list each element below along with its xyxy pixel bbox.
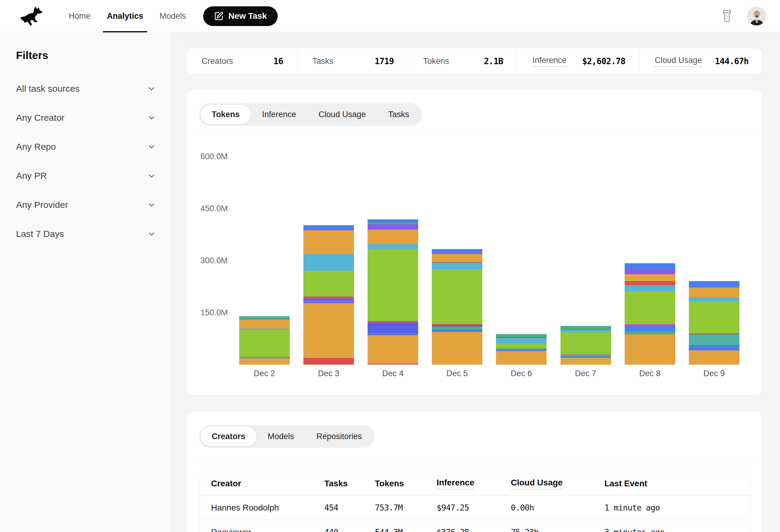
- stat-value: 2.1B: [484, 56, 503, 66]
- bar-segment-green[interactable]: [496, 343, 546, 348]
- bar-segment-blue[interactable]: [625, 325, 675, 332]
- bar-segment-orange[interactable]: [239, 320, 290, 329]
- tasks-value: 454: [324, 503, 375, 512]
- bar-segment-skyblue[interactable]: [303, 254, 354, 271]
- x-tick-dec-3: Dec 3: [303, 369, 354, 378]
- nav-models[interactable]: Models: [151, 0, 194, 32]
- bar-segment-green[interactable]: [239, 330, 290, 357]
- bar-segment-green[interactable]: [432, 269, 482, 324]
- flashlight-icon: [720, 9, 734, 23]
- bar-segment-red[interactable]: [368, 364, 418, 365]
- filter-all-task-sources[interactable]: All task sources: [16, 74, 156, 103]
- bar-segment-seagreen[interactable]: [239, 316, 290, 320]
- chart-tab-cloud-usage[interactable]: Cloud Usage: [307, 105, 377, 124]
- bar-segment-green[interactable]: [625, 291, 675, 324]
- bar-segment-teal[interactable]: [689, 334, 739, 345]
- bar-segment-purple[interactable]: [368, 224, 418, 230]
- bar-segment-blue[interactable]: [625, 263, 675, 269]
- chevron-down-icon: [147, 143, 156, 151]
- filter-list: All task sourcesAny CreatorAny RepoAny P…: [16, 74, 156, 249]
- stat-label[interactable]: Cloud Usage: [654, 56, 702, 67]
- bar-segment-seagreen[interactable]: [432, 326, 482, 329]
- tasks-value: 440: [324, 527, 375, 532]
- x-tick-dec-8: Dec 8: [625, 369, 675, 378]
- topbar: HomeAnalyticsModels New Task: [0, 0, 780, 33]
- bar-segment-orange[interactable]: [432, 254, 482, 262]
- bar-segment-orange[interactable]: [496, 351, 546, 365]
- bar-segment-orange[interactable]: [689, 351, 739, 365]
- filter-any-repo[interactable]: Any Repo: [16, 132, 156, 161]
- stat-value: $2,602.78: [582, 56, 626, 66]
- bar-segment-green[interactable]: [560, 332, 611, 354]
- filter-label: Any Provider: [16, 200, 68, 210]
- stat-label[interactable]: Inference: [532, 56, 567, 67]
- bar-segment-blue[interactable]: [368, 219, 418, 222]
- bar-segment-blue[interactable]: [689, 281, 739, 286]
- bar-segment-skyblue[interactable]: [368, 244, 418, 249]
- bar-segment-orange[interactable]: [303, 303, 354, 358]
- bar-segment-green[interactable]: [368, 249, 418, 321]
- bar-segment-green[interactable]: [689, 301, 739, 334]
- bar-dec-5: [432, 249, 482, 365]
- chart-tab-tasks[interactable]: Tasks: [377, 105, 420, 124]
- bar-segment-red[interactable]: [625, 281, 675, 285]
- bar-segment-seagreen[interactable]: [625, 332, 675, 334]
- bar-segment-indigo[interactable]: [368, 323, 418, 332]
- table-card: CreatorsModelsRepositories CreatorTasksT…: [186, 412, 763, 532]
- stat-label: Tasks: [312, 57, 333, 66]
- nav-home[interactable]: Home: [60, 0, 99, 32]
- bar-segment-orange[interactable]: [432, 332, 482, 365]
- bar-segment-skyblue[interactable]: [432, 263, 482, 269]
- stat-label: Tokens: [423, 57, 449, 66]
- bar-segment-orange[interactable]: [368, 335, 418, 364]
- col-header-last-event: Last Event: [604, 479, 750, 488]
- nav-analytics[interactable]: Analytics: [99, 0, 151, 32]
- creators-table: CreatorTasksTokensInferenceCloud UsageLa…: [200, 472, 750, 532]
- filter-any-pr[interactable]: Any PR: [16, 161, 156, 190]
- stat-tasks: Tasks1719: [297, 48, 408, 74]
- bar-segment-skyblue[interactable]: [625, 285, 675, 291]
- bar-segment-green[interactable]: [303, 271, 354, 297]
- bar-segment-blue[interactable]: [368, 333, 418, 335]
- kangaroo-logo[interactable]: [19, 5, 48, 26]
- bar-segment-red[interactable]: [303, 358, 354, 365]
- bar-segment-orange[interactable]: [368, 230, 418, 244]
- col-header-tasks: Tasks: [324, 479, 375, 488]
- bar-segment-blue[interactable]: [432, 329, 482, 332]
- bar-segment-blue[interactable]: [689, 345, 739, 351]
- inference-value: $376.28: [437, 527, 511, 532]
- col-header-inference[interactable]: Inference: [437, 478, 511, 489]
- table-row-rooviewer[interactable]: Rooviewer440544.3M$376.2875.23h3 minutes…: [200, 520, 750, 532]
- filter-label: Any PR: [16, 171, 47, 181]
- user-avatar[interactable]: [747, 7, 766, 26]
- chart-tab-inference[interactable]: Inference: [251, 105, 308, 124]
- bar-segment-orange[interactable]: [625, 274, 675, 281]
- bar-segment-skyblue[interactable]: [560, 330, 611, 332]
- bar-segment-orange[interactable]: [239, 358, 290, 365]
- table-tab-models[interactable]: Models: [256, 427, 305, 446]
- bar-segment-orange[interactable]: [689, 287, 739, 298]
- bar-segment-purple[interactable]: [625, 269, 675, 274]
- bar-segment-orange[interactable]: [625, 334, 675, 365]
- bar-segment-blue[interactable]: [432, 249, 482, 253]
- chart-tab-tokens[interactable]: Tokens: [200, 105, 251, 124]
- bar-segment-skyblue[interactable]: [689, 298, 739, 301]
- bar-segment-seagreen[interactable]: [496, 334, 546, 337]
- table-tab-creators[interactable]: Creators: [200, 427, 256, 446]
- table-row-hannes-roodolph[interactable]: Hannes Roodolph454753.7M$947.250.00h1 mi…: [200, 496, 750, 520]
- flashlight-button[interactable]: [720, 9, 734, 23]
- filter-any-provider[interactable]: Any Provider: [16, 190, 156, 219]
- chevron-down-icon: [147, 172, 156, 180]
- bar-segment-skyblue[interactable]: [496, 338, 546, 343]
- col-header-cloud-usage[interactable]: Cloud Usage: [511, 478, 604, 489]
- table-tab-repositories[interactable]: Repositories: [305, 427, 373, 446]
- table-body: Hannes Roodolph454753.7M$947.250.00h1 mi…: [200, 496, 750, 532]
- bar-segment-blue[interactable]: [303, 225, 354, 229]
- filter-last-7-days[interactable]: Last 7 Days: [16, 219, 156, 249]
- tokens-value: 544.3M: [375, 527, 437, 532]
- filter-any-creator[interactable]: Any Creator: [16, 103, 156, 132]
- new-task-button[interactable]: New Task: [203, 6, 278, 26]
- bar-segment-seagreen[interactable]: [560, 326, 611, 329]
- bar-segment-orange[interactable]: [303, 230, 354, 254]
- bar-segment-orange[interactable]: [560, 358, 611, 365]
